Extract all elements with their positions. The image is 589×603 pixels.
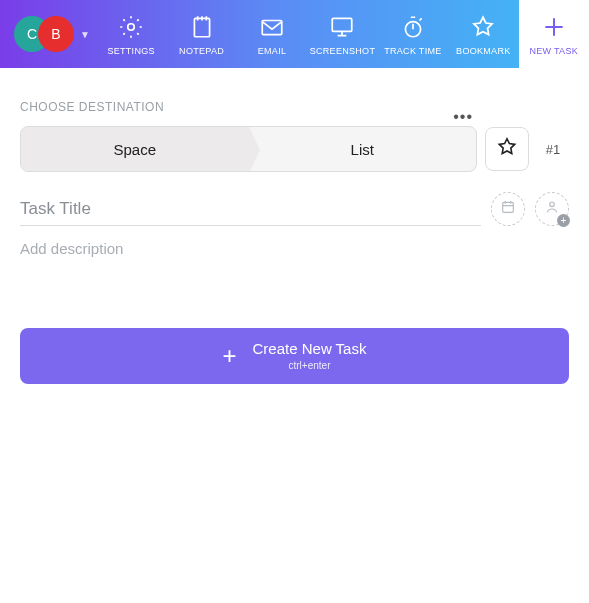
topbar-item-bookmark[interactable]: BOOKMARK <box>448 0 518 68</box>
topbar-label: NEW TASK <box>529 46 578 56</box>
segment-label: List <box>351 141 374 158</box>
due-date-button[interactable] <box>491 192 525 226</box>
svg-rect-1 <box>194 18 209 36</box>
email-icon <box>257 12 287 42</box>
svg-rect-3 <box>333 18 353 31</box>
topbar-menu: SETTINGS NOTEPAD EMAIL SCREENSHOT TRACK <box>96 0 589 68</box>
star-icon <box>468 12 498 42</box>
topbar-item-email[interactable]: EMAIL <box>237 0 307 68</box>
topbar-item-notepad[interactable]: NOTEPAD <box>166 0 236 68</box>
svg-rect-5 <box>503 202 514 212</box>
stopwatch-icon <box>398 12 428 42</box>
assignee-button[interactable]: + <box>535 192 569 226</box>
calendar-icon <box>500 199 516 219</box>
monitor-icon <box>327 12 357 42</box>
more-icon[interactable]: ••• <box>453 108 473 126</box>
segment-space[interactable]: Space <box>21 127 249 171</box>
plus-icon <box>539 12 569 42</box>
section-heading: CHOOSE DESTINATION <box>20 100 569 114</box>
topbar: C B ▼ SETTINGS NOTEPAD EMAIL SC <box>0 0 589 68</box>
topbar-label: BOOKMARK <box>456 46 510 56</box>
plus-icon: + <box>223 344 237 368</box>
svg-point-6 <box>550 202 555 207</box>
topbar-label: SCREENSHOT <box>310 46 376 56</box>
star-outline-icon <box>496 136 518 162</box>
task-title-row: + <box>20 192 569 226</box>
gear-icon <box>116 12 146 42</box>
topbar-item-tracktime[interactable]: TRACK TIME <box>378 0 448 68</box>
topbar-item-screenshot[interactable]: SCREENSHOT <box>307 0 377 68</box>
svg-rect-2 <box>262 21 282 35</box>
new-task-panel: CHOOSE DESTINATION ••• Space List #1 <box>0 68 589 384</box>
topbar-item-newtask[interactable]: NEW TASK <box>519 0 589 68</box>
chevron-down-icon[interactable]: ▼ <box>80 29 90 40</box>
svg-point-0 <box>128 24 135 31</box>
destination-row: ••• Space List #1 <box>20 126 569 172</box>
create-button-hint: ctrl+enter <box>289 360 331 371</box>
segment-label: Space <box>113 141 156 158</box>
task-title-input[interactable] <box>20 193 481 226</box>
create-button-text: Create New Task ctrl+enter <box>253 341 367 371</box>
add-icon: + <box>557 214 570 227</box>
create-button-label: Create New Task <box>253 341 367 358</box>
user-avatars[interactable]: C B ▼ <box>0 0 96 68</box>
notepad-icon <box>187 12 217 42</box>
favorite-button[interactable] <box>485 127 529 171</box>
topbar-label: NOTEPAD <box>179 46 224 56</box>
topbar-label: SETTINGS <box>107 46 154 56</box>
create-task-button[interactable]: + Create New Task ctrl+enter <box>20 328 569 384</box>
segment-list[interactable]: List <box>249 127 477 171</box>
topbar-label: TRACK TIME <box>384 46 441 56</box>
topbar-item-settings[interactable]: SETTINGS <box>96 0 166 68</box>
description-input[interactable] <box>20 240 569 257</box>
topbar-label: EMAIL <box>258 46 287 56</box>
avatar-b: B <box>38 16 74 52</box>
list-number: #1 <box>537 133 569 165</box>
destination-segments: Space List <box>20 126 477 172</box>
